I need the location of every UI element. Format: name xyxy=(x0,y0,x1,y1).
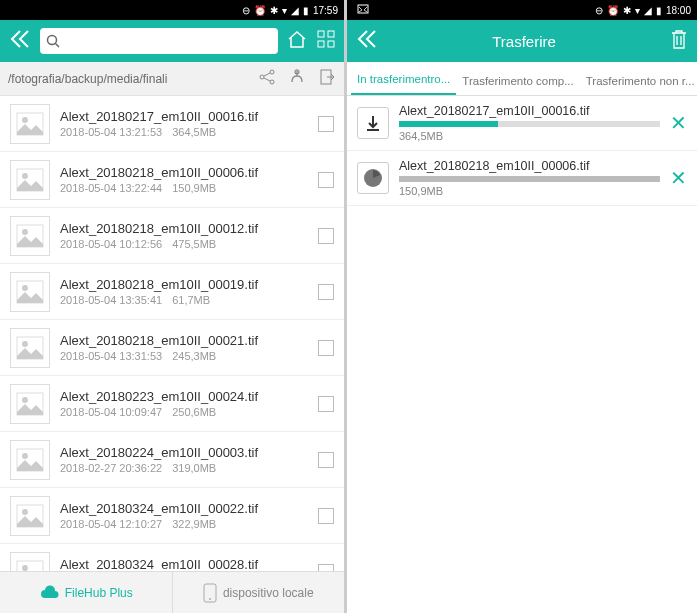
select-checkbox[interactable] xyxy=(318,564,334,572)
signal-icon: ◢ xyxy=(291,5,299,16)
svg-rect-2 xyxy=(318,31,324,37)
select-checkbox[interactable] xyxy=(318,508,334,524)
signal-icon: ◢ xyxy=(644,5,652,16)
back-button[interactable] xyxy=(355,29,379,53)
file-name: Alext_20180218_em10II_00006.tif xyxy=(60,165,318,180)
file-meta: 2018-05-04 13:21:53364,5MB xyxy=(60,126,318,138)
file-row[interactable]: Alext_20180324_em10II_00022.tif2018-05-0… xyxy=(0,488,344,544)
bluetooth-icon: ✱ xyxy=(623,5,631,16)
breadcrumb[interactable]: /fotografia/backup/media/finali xyxy=(8,72,246,86)
dnd-icon: ⊖ xyxy=(242,5,250,16)
select-checkbox[interactable] xyxy=(318,116,334,132)
image-thumbnail-icon xyxy=(10,328,50,368)
path-bar: /fotografia/backup/media/finali xyxy=(0,62,344,96)
wifi-icon: ▾ xyxy=(282,5,287,16)
select-checkbox[interactable] xyxy=(318,340,334,356)
file-row[interactable]: Alext_20180223_em10II_00024.tif2018-05-0… xyxy=(0,376,344,432)
svg-point-7 xyxy=(260,75,264,79)
transfer-name: Alext_20180218_em10II_00006.tif xyxy=(399,159,660,173)
svg-point-25 xyxy=(22,453,28,459)
clock: 18:00 xyxy=(666,5,691,16)
transfer-size: 364,5MB xyxy=(399,130,660,142)
file-row[interactable]: Alext_20180224_em10II_00003.tif2018-02-2… xyxy=(0,432,344,488)
image-thumbnail-icon xyxy=(10,496,50,536)
file-name: Alext_20180218_em10II_00019.tif xyxy=(60,277,318,292)
file-name: Alext_20180324_em10II_00022.tif xyxy=(60,501,318,516)
back-button[interactable] xyxy=(8,29,32,53)
search-icon xyxy=(46,34,60,48)
tab-local[interactable]: dispositivo locale xyxy=(173,572,345,613)
svg-point-21 xyxy=(22,341,28,347)
export-button[interactable] xyxy=(318,68,336,90)
select-checkbox[interactable] xyxy=(318,452,334,468)
grid-button[interactable] xyxy=(316,29,336,53)
image-thumbnail-icon xyxy=(10,552,50,572)
select-checkbox[interactable] xyxy=(318,396,334,412)
svg-line-1 xyxy=(56,44,60,48)
pending-icon[interactable] xyxy=(357,162,389,194)
file-meta: 2018-05-04 13:22:44150,9MB xyxy=(60,182,318,194)
file-name: Alext_20180223_em10II_00024.tif xyxy=(60,389,318,404)
image-thumbnail-icon xyxy=(10,384,50,424)
select-checkbox[interactable] xyxy=(318,172,334,188)
svg-line-10 xyxy=(264,78,270,81)
cancel-button[interactable]: ✕ xyxy=(670,111,687,135)
svg-point-6 xyxy=(270,70,274,74)
file-row[interactable]: Alext_20180218_em10II_00019.tif2018-05-0… xyxy=(0,264,344,320)
svg-point-31 xyxy=(209,598,211,600)
status-bar: ⊖ ⏰ ✱ ▾ ◢ ▮ 17:59 xyxy=(0,0,344,20)
top-bar xyxy=(0,20,344,62)
svg-point-27 xyxy=(22,509,28,515)
image-thumbnail-icon xyxy=(10,104,50,144)
share-button[interactable] xyxy=(258,68,276,90)
file-name: Alext_20180217_em10II_00016.tif xyxy=(60,109,318,124)
transfer-size: 150,9MB xyxy=(399,185,660,197)
notification-icon xyxy=(357,4,369,16)
image-thumbnail-icon xyxy=(10,216,50,256)
home-button[interactable] xyxy=(286,28,308,54)
transfer-tabs: In trasferimentro... Trasferimento comp.… xyxy=(347,62,697,96)
delete-button[interactable] xyxy=(669,28,689,54)
file-meta: 2018-05-04 12:10:27322,9MB xyxy=(60,518,318,530)
svg-rect-28 xyxy=(17,561,43,572)
file-name: Alext_20180224_em10II_00003.tif xyxy=(60,445,318,460)
file-row[interactable]: Alext_20180218_em10II_00006.tif2018-05-0… xyxy=(0,152,344,208)
transfer-list[interactable]: Alext_20180217_em10II_00016.tif364,5MB✕A… xyxy=(347,96,697,613)
alarm-icon: ⏰ xyxy=(607,5,619,16)
cancel-button[interactable]: ✕ xyxy=(670,166,687,190)
progress-bar xyxy=(399,176,660,182)
progress-bar xyxy=(399,121,660,127)
select-checkbox[interactable] xyxy=(318,284,334,300)
file-meta: 2018-02-27 20:36:22319,0MB xyxy=(60,462,318,474)
image-thumbnail-icon xyxy=(10,160,50,200)
svg-point-13 xyxy=(22,117,28,123)
svg-point-8 xyxy=(270,80,274,84)
page-title: Trasferire xyxy=(387,33,661,50)
bluetooth-icon: ✱ xyxy=(270,5,278,16)
settings-button[interactable] xyxy=(288,68,306,90)
tab-in-progress[interactable]: In trasferimentro... xyxy=(351,65,456,95)
file-meta: 2018-05-04 13:31:53245,3MB xyxy=(60,350,318,362)
file-row[interactable]: Alext_20180217_em10II_00016.tif2018-05-0… xyxy=(0,96,344,152)
file-row[interactable]: Alext_20180218_em10II_00012.tif2018-05-0… xyxy=(0,208,344,264)
svg-point-15 xyxy=(22,173,28,179)
file-name: Alext_20180218_em10II_00021.tif xyxy=(60,333,318,348)
search-box[interactable] xyxy=(40,28,278,54)
wifi-icon: ▾ xyxy=(635,5,640,16)
cloud-icon xyxy=(39,585,59,601)
transfer-name: Alext_20180217_em10II_00016.tif xyxy=(399,104,660,118)
battery-icon: ▮ xyxy=(656,5,662,16)
top-bar: Trasferire xyxy=(347,20,697,62)
search-input[interactable] xyxy=(64,34,272,49)
file-row[interactable]: Alext_20180324_em10II_00028.tif2018-05-0… xyxy=(0,544,344,571)
download-icon[interactable] xyxy=(357,107,389,139)
svg-rect-4 xyxy=(318,41,324,47)
select-checkbox[interactable] xyxy=(318,228,334,244)
tab-failed[interactable]: Trasferimento non r... xyxy=(580,67,700,95)
battery-icon: ▮ xyxy=(303,5,309,16)
alarm-icon: ⏰ xyxy=(254,5,266,16)
file-list[interactable]: Alext_20180217_em10II_00016.tif2018-05-0… xyxy=(0,96,344,571)
tab-completed[interactable]: Trasferimento comp... xyxy=(456,67,579,95)
file-row[interactable]: Alext_20180218_em10II_00021.tif2018-05-0… xyxy=(0,320,344,376)
tab-filehub[interactable]: FileHub Plus xyxy=(0,572,173,613)
